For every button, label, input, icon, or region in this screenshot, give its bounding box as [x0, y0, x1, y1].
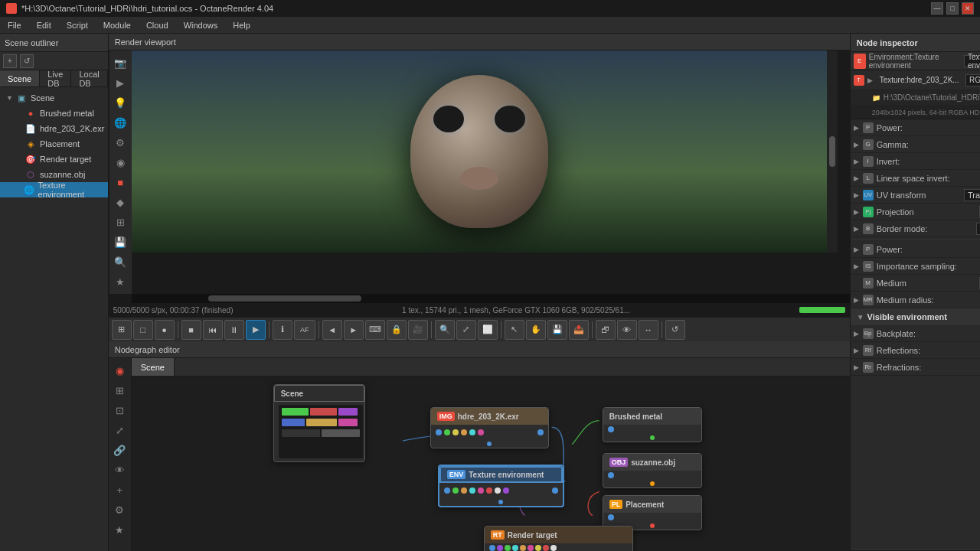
border-mode-dropdown[interactable]: Wrap around: [976, 223, 980, 235]
toolbar-cam-btn[interactable]: 🎥: [408, 320, 428, 340]
misc-icon[interactable]: ◆: [111, 193, 129, 211]
viewport-scrollbar-v[interactable]: [829, 136, 835, 167]
material-icon[interactable]: ◉: [111, 153, 129, 171]
port-texenv-in-5[interactable]: [478, 487, 484, 494]
toolbar-rewind-btn[interactable]: ⏮: [203, 320, 223, 340]
color-icon[interactable]: ■: [111, 173, 129, 191]
uv-transform-dropdown[interactable]: Transform value: [964, 189, 980, 201]
toolbar-export-btn[interactable]: 📤: [569, 320, 589, 340]
viewport-scrollbar-h[interactable]: [208, 295, 361, 302]
port-texenv-in-3[interactable]: [461, 487, 467, 494]
port-render-in-8[interactable]: [543, 545, 549, 551]
toolbar-info-btn[interactable]: ℹ: [273, 320, 292, 340]
grid-icon[interactable]: ⊞: [111, 213, 129, 231]
ng-node-suzanne[interactable]: OBJ suzanne.obj: [603, 453, 702, 488]
tab-scene[interactable]: Scene: [0, 70, 40, 86]
toolbar-remove-btn[interactable]: ↺: [20, 54, 34, 68]
menu-help[interactable]: Help: [225, 17, 258, 33]
ng-star2-icon[interactable]: ★: [110, 520, 129, 539]
light-icon[interactable]: 💡: [111, 93, 129, 112]
visible-env-section[interactable]: ▼ Visible environment: [851, 308, 980, 325]
port-render-in-9[interactable]: [550, 545, 557, 551]
rgb-image-dropdown[interactable]: RGB image: [965, 74, 980, 86]
port-texenv-bottom[interactable]: [498, 500, 503, 504]
tree-item-placement[interactable]: ◈ Placement: [0, 136, 108, 152]
ng-grid-icon[interactable]: ⊞: [110, 381, 129, 399]
close-button[interactable]: ✕: [962, 2, 974, 15]
toolbar-move-btn[interactable]: ✋: [526, 320, 546, 340]
port-render-in-4[interactable]: [512, 545, 518, 551]
port-hdri-in-2[interactable]: [444, 429, 450, 435]
port-texenv-in-4[interactable]: [469, 487, 475, 494]
toolbar-play-btn[interactable]: ▶: [246, 320, 266, 340]
tree-item-render-target[interactable]: 🎯 Render target: [0, 152, 108, 167]
port-suzanne-in[interactable]: [608, 472, 614, 478]
toolbar-save-render-btn[interactable]: 💾: [547, 320, 567, 340]
star-icon[interactable]: ★: [111, 272, 129, 291]
toolbar-transform-btn[interactable]: ↔: [639, 320, 658, 340]
maximize-button[interactable]: □: [946, 2, 959, 15]
ng-add-icon[interactable]: +: [110, 481, 129, 499]
tree-item-hdre[interactable]: 📄 hdre_203_2K.exr: [0, 121, 108, 136]
menu-module[interactable]: Module: [96, 17, 139, 33]
port-hdri-bottom[interactable]: [487, 442, 492, 446]
zoom-icon[interactable]: 🔍: [111, 253, 129, 271]
port-render-in-6[interactable]: [528, 545, 534, 551]
port-placement-bottom[interactable]: [650, 523, 655, 528]
render-icon[interactable]: ▶: [111, 73, 129, 92]
port-brushed-bottom[interactable]: [650, 435, 655, 440]
menu-windows[interactable]: Windows: [176, 17, 226, 33]
toolbar-key-btn[interactable]: ⌨: [365, 320, 385, 340]
port-texenv-in-7[interactable]: [495, 487, 501, 494]
camera-icon[interactable]: 📷: [111, 54, 129, 72]
port-texenv-in-8[interactable]: [503, 487, 509, 494]
tree-item-scene[interactable]: ▼ ▣ Scene: [0, 90, 108, 106]
ng-expand-icon[interactable]: ⤢: [110, 421, 129, 439]
tab-localdb[interactable]: Local DB: [71, 70, 107, 86]
settings-icon[interactable]: ⚙: [111, 133, 129, 152]
port-texenv-out-1[interactable]: [552, 487, 558, 494]
toolbar-viewport-btn[interactable]: ⊞: [112, 320, 132, 340]
ng-node-hdri[interactable]: IMG hdre_203_2K.exr: [430, 407, 549, 448]
menu-cloud[interactable]: Cloud: [139, 17, 176, 33]
toolbar-view3d-btn[interactable]: 🗗: [596, 320, 616, 340]
ng-select-icon[interactable]: ◉: [110, 361, 129, 380]
ng-settings2-icon[interactable]: ⚙: [110, 500, 129, 519]
toolbar-layout-btn[interactable]: □: [133, 320, 153, 340]
tab-livedb[interactable]: Live DB: [40, 70, 71, 86]
port-texenv-in-2[interactable]: [452, 487, 459, 494]
port-placement-in[interactable]: [608, 514, 614, 520]
env-icon[interactable]: 🌐: [111, 113, 129, 132]
ng-tab-scene[interactable]: Scene: [132, 358, 175, 376]
ng-eye-icon[interactable]: 👁: [110, 461, 129, 479]
toolbar-next-frame[interactable]: ►: [344, 320, 364, 340]
port-render-in-7[interactable]: [535, 545, 541, 551]
port-render-in-3[interactable]: [505, 545, 511, 551]
toolbar-add-btn[interactable]: +: [3, 54, 17, 68]
menu-script[interactable]: Script: [59, 17, 96, 33]
minimize-button[interactable]: —: [931, 2, 943, 15]
toolbar-prev-frame[interactable]: ◄: [322, 320, 342, 340]
toolbar-af-btn[interactable]: AF: [294, 320, 315, 340]
port-hdri-in-3[interactable]: [452, 429, 459, 435]
toolbar-render-btn[interactable]: ●: [155, 320, 175, 340]
toolbar-lock-btn[interactable]: 🔒: [387, 320, 407, 340]
port-hdri-in-1[interactable]: [436, 429, 442, 435]
port-texenv-in-1[interactable]: [444, 487, 450, 494]
toolbar-pause-btn[interactable]: ⏸: [224, 320, 244, 340]
port-render-in-1[interactable]: [489, 545, 495, 551]
tree-item-suzanne[interactable]: ⬡ suzanne.obj: [0, 167, 108, 182]
ng-node-scene[interactable]: Scene: [273, 384, 365, 462]
ng-group-icon[interactable]: ⊡: [110, 401, 129, 419]
port-render-in-2[interactable]: [497, 545, 503, 551]
menu-file[interactable]: File: [0, 17, 29, 33]
tree-item-brushed-metal[interactable]: ● Brushed metal: [0, 106, 108, 121]
toolbar-zoom-btn[interactable]: 🔍: [435, 320, 455, 340]
toolbar-stereo-btn[interactable]: 👁: [617, 320, 637, 340]
save-icon[interactable]: 💾: [111, 233, 129, 251]
nodegraph-canvas[interactable]: Scene: [132, 377, 850, 551]
ng-node-texture-env[interactable]: ENV Texture environment: [438, 465, 564, 507]
ng-node-render-target[interactable]: RT Render target: [484, 526, 633, 551]
toolbar-cursor-btn[interactable]: ↖: [505, 320, 524, 340]
port-texenv-in-6[interactable]: [486, 487, 492, 494]
